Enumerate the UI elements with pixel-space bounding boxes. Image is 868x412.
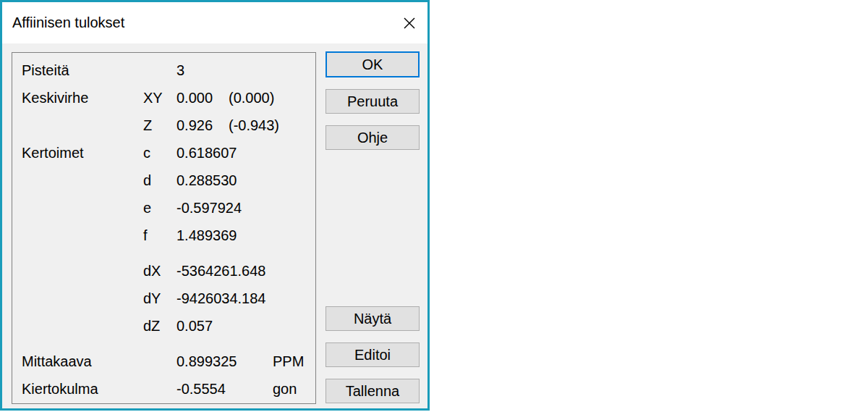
row-sublabel: Z xyxy=(143,117,152,134)
row-label: Kertoimet xyxy=(22,145,84,161)
row-label: Keskivirhe xyxy=(22,90,88,106)
row-paren-value: (0.000) xyxy=(229,90,274,106)
row-value: 3 xyxy=(176,62,184,79)
row-value: 0.288530 xyxy=(176,172,237,189)
button-label: OK xyxy=(362,56,383,73)
result-row: f 1.489369 xyxy=(12,222,315,249)
row-sublabel: dX xyxy=(143,263,161,279)
result-row: Z 0.926 (-0.943) xyxy=(12,112,315,139)
row-value: 0.057 xyxy=(176,318,213,335)
button-peruuta[interactable]: Peruuta xyxy=(326,89,420,114)
button-group-bottom: Näytä Editoi Tallenna xyxy=(326,306,420,403)
result-row: dX -5364261.648 xyxy=(12,257,315,285)
result-row: Pisteitä 3 xyxy=(12,56,315,84)
row-sublabel: f xyxy=(143,227,148,244)
row-value: 0.926 xyxy=(176,117,213,134)
button-label: Peruuta xyxy=(347,93,398,110)
button-label: Ohje xyxy=(357,130,388,146)
titlebar[interactable]: Affiinisen tulokset xyxy=(2,2,427,43)
results-rows: Pisteitä 3 Keskivirhe XY 0.000 (0.000) Z… xyxy=(12,56,315,403)
results-groupbox: Pisteitä 3 Keskivirhe XY 0.000 (0.000) Z… xyxy=(12,52,316,404)
button-ok[interactable]: OK xyxy=(326,51,420,77)
close-icon xyxy=(401,15,417,31)
button-ohje[interactable]: Ohje xyxy=(326,125,420,150)
row-unit: PPM xyxy=(273,353,304,370)
row-sublabel: d xyxy=(143,172,151,189)
row-paren-value: (-0.943) xyxy=(229,117,279,134)
row-sublabel: e xyxy=(143,200,151,216)
button-group-top: OK Peruuta Ohje xyxy=(326,51,420,150)
row-label: Pisteitä xyxy=(22,62,69,79)
button-label: Tallenna xyxy=(346,383,400,400)
row-value: 0.899325 xyxy=(176,353,237,370)
row-label: Mittakaava xyxy=(22,353,92,370)
button-näytä[interactable]: Näytä xyxy=(326,306,420,331)
row-unit: gon xyxy=(273,381,297,398)
result-row: d 0.288530 xyxy=(12,167,315,194)
result-row: Kiertokulma -0.5554 gon xyxy=(12,375,315,403)
dialog-client-area: Pisteitä 3 Keskivirhe XY 0.000 (0.000) Z… xyxy=(2,43,427,408)
row-value: -0.5554 xyxy=(176,381,226,398)
result-row: Keskivirhe XY 0.000 (0.000) xyxy=(12,84,315,112)
row-value: -0.597924 xyxy=(176,200,242,216)
row-sublabel: dY xyxy=(143,290,161,307)
row-value: 0.000 xyxy=(176,90,213,106)
row-sublabel: XY xyxy=(143,90,163,106)
row-value: -9426034.184 xyxy=(176,290,265,307)
row-value: 1.489369 xyxy=(176,227,237,244)
affine-results-dialog: Affiinisen tulokset Pisteitä 3 Keskivirh… xyxy=(0,0,430,411)
result-row: Mittakaava 0.899325 PPM xyxy=(12,348,315,375)
result-row: dZ 0.057 xyxy=(12,312,315,340)
row-value: 0.618607 xyxy=(176,145,237,161)
result-row: dY -9426034.184 xyxy=(12,285,315,312)
row-label: Kiertokulma xyxy=(22,381,98,398)
dialog-title: Affiinisen tulokset xyxy=(2,14,124,31)
button-label: Editoi xyxy=(354,347,391,363)
close-button[interactable] xyxy=(391,2,427,43)
result-row: Kertoimet c 0.618607 xyxy=(12,139,315,167)
button-tallenna[interactable]: Tallenna xyxy=(326,379,420,403)
button-label: Näytä xyxy=(354,311,391,327)
row-sublabel: dZ xyxy=(143,318,160,335)
button-editoi[interactable]: Editoi xyxy=(326,342,420,367)
row-sublabel: c xyxy=(143,145,150,161)
result-row: e -0.597924 xyxy=(12,194,315,222)
row-value: -5364261.648 xyxy=(176,263,265,279)
